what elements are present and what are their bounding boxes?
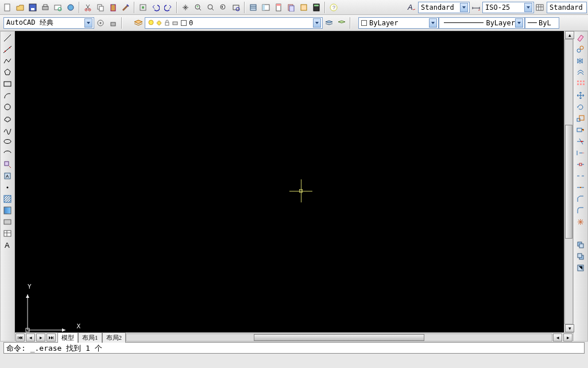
point-tool[interactable]: [2, 182, 13, 193]
scroll-thumb[interactable]: [254, 334, 424, 341]
polyline-tool[interactable]: [2, 56, 13, 66]
plot-preview-icon[interactable]: [52, 2, 64, 13]
tab-prev-button[interactable]: ◂: [26, 334, 35, 342]
svg-rect-26: [276, 4, 281, 6]
new-icon[interactable]: [2, 2, 13, 13]
tab-next-button[interactable]: ▸: [36, 334, 45, 342]
rotate-tool[interactable]: [575, 102, 586, 112]
zoom-realtime-icon[interactable]: +: [192, 2, 204, 13]
extend-tool[interactable]: [575, 148, 586, 158]
text-style-icon[interactable]: A: [406, 2, 417, 13]
text-style-dropdown[interactable]: Standard: [418, 2, 470, 13]
hatch-tool[interactable]: [2, 194, 13, 204]
make-block-tool[interactable]: A: [2, 171, 13, 181]
open-icon[interactable]: [14, 2, 26, 13]
layer-previous-icon[interactable]: [336, 17, 347, 29]
scroll-track[interactable]: [126, 334, 552, 342]
break-at-point-tool[interactable]: [575, 159, 586, 170]
break-tool[interactable]: [575, 171, 586, 181]
cut-icon[interactable]: [82, 2, 94, 13]
construction-line-tool[interactable]: [2, 44, 13, 55]
linetype-dropdown[interactable]: ByLayer: [439, 17, 525, 29]
pan-icon[interactable]: [180, 2, 191, 13]
scale-tool[interactable]: [575, 113, 586, 124]
rectangle-tool[interactable]: [2, 79, 13, 89]
block-editor-icon[interactable]: [137, 2, 149, 13]
tab-model[interactable]: 模型: [57, 332, 78, 343]
copy-tool[interactable]: [575, 44, 586, 55]
layer-manager-icon[interactable]: [133, 17, 144, 29]
chevron-down-icon: [429, 18, 437, 28]
sheet-set-icon[interactable]: [285, 2, 297, 13]
print-icon[interactable]: [40, 2, 51, 13]
fillet-tool[interactable]: [575, 205, 586, 216]
dim-style-dropdown[interactable]: ISO-25: [482, 2, 534, 13]
ellipse-tool[interactable]: [2, 136, 13, 147]
design-center-icon[interactable]: [260, 2, 272, 13]
lineweight-dropdown[interactable]: ByL: [525, 17, 559, 29]
tab-last-button[interactable]: ⏭: [47, 334, 56, 342]
drawing-canvas[interactable]: Y X ▴ ▾ ⏮ ◂ ▸ ⏭ 模型 布局1 布局2 ◂ ▸: [15, 31, 573, 342]
draw-order-tool[interactable]: [575, 240, 586, 250]
table-style-icon[interactable]: [535, 2, 546, 13]
workspace-settings-icon[interactable]: [95, 17, 106, 29]
tool-palettes-icon[interactable]: [273, 2, 284, 13]
tab-layout1[interactable]: 布局1: [78, 332, 102, 343]
scroll-up-button[interactable]: ▴: [565, 31, 574, 39]
stretch-tool[interactable]: [575, 125, 586, 135]
properties-icon[interactable]: [247, 2, 259, 13]
table-style-dropdown[interactable]: Standard: [547, 2, 587, 13]
scroll-left-button[interactable]: ◂: [553, 334, 562, 342]
vertical-scrollbar[interactable]: ▴ ▾: [564, 31, 573, 332]
move-tool[interactable]: [575, 90, 586, 101]
mtext-tool[interactable]: A: [2, 240, 13, 250]
offset-tool[interactable]: [575, 67, 586, 78]
chamfer-tool[interactable]: [575, 194, 586, 204]
paste-icon[interactable]: [107, 2, 119, 13]
scroll-thumb[interactable]: [565, 125, 572, 239]
markup-icon[interactable]: [298, 2, 310, 13]
array-tool[interactable]: [575, 79, 586, 89]
spline-tool[interactable]: [2, 125, 13, 135]
command-line[interactable]: 命令: _.erase 找到 1 个: [3, 342, 585, 354]
polygon-tool[interactable]: [2, 67, 13, 78]
trim-tool[interactable]: [575, 136, 586, 147]
revision-cloud-tool[interactable]: [2, 113, 13, 124]
tab-first-button[interactable]: ⏮: [16, 334, 25, 342]
undo-icon[interactable]: [150, 2, 161, 13]
table-tool[interactable]: [2, 228, 13, 239]
join-tool[interactable]: [575, 182, 586, 193]
gradient-tool[interactable]: [2, 205, 13, 216]
layer-states-icon[interactable]: [323, 17, 335, 29]
quickcalc-icon[interactable]: [311, 2, 322, 13]
match-properties-icon[interactable]: [120, 2, 131, 13]
arc-tool[interactable]: [2, 90, 13, 101]
draw-order-hatch-tool[interactable]: [575, 263, 586, 273]
region-tool[interactable]: [2, 217, 13, 227]
tab-layout2[interactable]: 布局2: [102, 332, 126, 343]
publish-icon[interactable]: [65, 2, 76, 13]
save-icon[interactable]: [27, 2, 38, 13]
scroll-down-button[interactable]: ▾: [565, 324, 574, 332]
workspace-dropdown[interactable]: AutoCAD 经典: [3, 17, 94, 29]
ellipse-arc-tool[interactable]: [2, 148, 13, 158]
workspace-lock-icon[interactable]: [107, 17, 119, 29]
help-icon[interactable]: ?: [328, 2, 339, 13]
scroll-right-button[interactable]: ▸: [563, 334, 572, 342]
layer-dropdown[interactable]: 0: [145, 17, 323, 29]
copy-icon[interactable]: [95, 2, 106, 13]
scroll-track[interactable]: [564, 39, 573, 324]
mirror-tool[interactable]: [575, 56, 586, 66]
redo-icon[interactable]: [163, 2, 174, 13]
explode-tool[interactable]: [575, 217, 586, 227]
zoom-previous-icon[interactable]: [218, 2, 229, 13]
circle-tool[interactable]: [2, 102, 13, 112]
zoom-window-icon[interactable]: [205, 2, 216, 13]
zoom-extents-icon[interactable]: [230, 2, 242, 13]
draw-order-back-tool[interactable]: [575, 251, 586, 262]
color-dropdown[interactable]: ByLayer: [358, 17, 439, 29]
dim-style-icon[interactable]: [470, 2, 482, 13]
line-tool[interactable]: [2, 33, 13, 43]
insert-block-tool[interactable]: [2, 159, 13, 170]
erase-tool[interactable]: [575, 33, 586, 43]
